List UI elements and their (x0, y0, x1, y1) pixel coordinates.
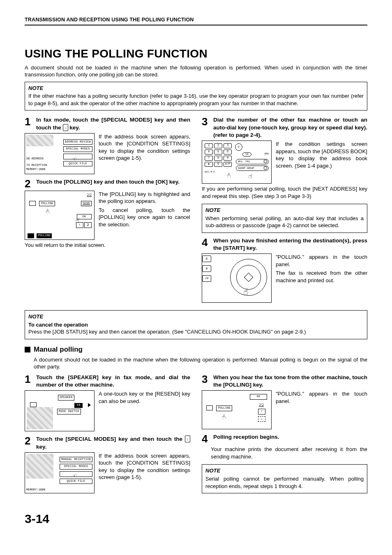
mstep2-text: If the address book screen appears, touc… (99, 452, 190, 481)
left-column: 1 In fax mode, touch the [SPECIAL MODES]… (25, 116, 190, 307)
doc-icon-inverse (28, 233, 34, 238)
note-text: Press the [JOB STATUS] key and then canc… (28, 328, 364, 336)
key-9: 9 (202, 265, 211, 272)
main-steps-columns: 1 In fax mode, touch the [SPECIAL MODES]… (25, 116, 367, 307)
step-1: 1 In fax mode, touch the [SPECIAL MODES]… (25, 116, 190, 174)
keypad-0: 0 (214, 162, 222, 167)
manual-polling-heading: Manual polling (25, 345, 367, 355)
badge-2: 2 (84, 222, 92, 228)
step-number: 3 (202, 116, 211, 127)
step-title: Polling reception begins. (213, 433, 279, 441)
top-note-box: NOTE If the other machine has a polling … (25, 82, 367, 111)
entry-1: MFG. TPS (238, 160, 250, 163)
cancel-note-box: NOTE To cancel the operation Press the [… (25, 310, 367, 339)
memory-label: MEMORY:100% (26, 167, 47, 171)
note-text: Serial polling cannot be performed manua… (205, 475, 364, 490)
note-title: NOTE (205, 467, 364, 474)
keypad-8: 8 (214, 156, 222, 161)
right-column: 3 Dial the number of the other fax machi… (202, 116, 367, 307)
step-3: 3 Dial the number of the other fax machi… (202, 116, 367, 200)
step3-illustration: 1 2 3 4 5 6 7 8 9 ✱ 0 #/P C CA (202, 140, 272, 184)
keypad-3: 3 (224, 143, 232, 148)
keypad-hash: #/P (224, 162, 232, 167)
step-number: 2 (25, 178, 34, 189)
step-title-part-b: key. (68, 124, 80, 131)
mstep3-text: "POLLING." appears in the touch panel. (276, 390, 367, 405)
step1-illustration: ADDRESS REVIEW SPECIAL MODES QUICK FILE … (25, 133, 95, 174)
step-title: Touch the [POLLING] key and then touch t… (36, 178, 180, 186)
step4-text: "POLLING." appears in the touch panel. (276, 253, 367, 268)
down-key-icon: ↓ (185, 435, 190, 442)
key-6: 6 (202, 256, 211, 262)
handset-icon (264, 160, 267, 163)
send-label: SEND (81, 201, 92, 206)
step-title: When you have finished entering the dest… (213, 237, 367, 252)
page-indicator: 2/2 (87, 192, 92, 197)
keypad-7: 7 (205, 156, 213, 161)
keypad-9: 9 (224, 156, 232, 161)
keypad-5: 5 (214, 150, 222, 154)
step-title-part-a: Touch the [SPECIAL MODES] key and then t… (36, 436, 185, 442)
keypad-6: 6 (224, 150, 232, 154)
mode-switch-button: MODE SWITCH (57, 409, 81, 414)
keypad-4: 4 (205, 150, 213, 154)
key-hp: /P (202, 275, 211, 282)
mstep4-text: Your machine prints the document after r… (211, 446, 367, 460)
keypad-2: 2 (214, 143, 222, 148)
to-reception-label: TO RECEPTION (26, 163, 47, 167)
polling-key: POLLING (39, 201, 55, 206)
manual-left-column: 1 Touch the [SPEAKER] key in fax mode, a… (25, 374, 190, 499)
mstep1-text: A one-touch key or the [RESEND] key can … (99, 390, 190, 405)
down-arrow-button: ↓ (258, 416, 265, 422)
step-4: 4 When you have finished entering the de… (202, 237, 367, 303)
mstep1-illustration: SPEAKER FA MODE SWITCH (25, 390, 95, 431)
right-triangle-icon (88, 403, 91, 407)
step-title: In fax mode, touch the [SPECIAL MODES] k… (36, 116, 190, 131)
step-title: Dial the number of the other fax machine… (213, 116, 367, 139)
manual-columns: 1 Touch the [SPEAKER] key in fax mode, a… (25, 374, 367, 499)
step2-text: The [POLLING] key is highlighted and the… (99, 191, 190, 205)
mstep3-illustration: OK 2/2 ↑ ↓ POLLING ☝ (202, 390, 272, 429)
down-key-icon: ↓ (63, 124, 68, 131)
special-modes-button: SPECIAL MODES (60, 464, 92, 469)
ok-button: OK (250, 394, 267, 399)
step1-text: If the address book screen appears, touc… (99, 133, 190, 162)
square-bullet-icon (25, 347, 30, 352)
manual-note-box: NOTE Serial polling cannot be performed … (202, 464, 367, 493)
doc-icon (29, 201, 36, 206)
doc-icon (206, 405, 213, 410)
note-title: NOTE (28, 313, 364, 320)
acc-label: ACC.#-C (205, 170, 215, 174)
mstep2-illustration: MANUAL RECEPTION SPECIAL MODES QUICK FIL… (25, 452, 95, 493)
note-text: If the other machine has a polling secur… (28, 92, 364, 107)
memory-label: MEMORY:100% (26, 488, 45, 492)
step3-text: If the condition settings screen appears… (276, 140, 367, 169)
page-number: 3-14 (25, 511, 367, 527)
note-text: When performing serial polling, an auto-… (205, 215, 364, 229)
hand-icon: ☝ (44, 207, 53, 216)
note-title: NOTE (205, 207, 364, 214)
handset-icon (264, 166, 267, 170)
hand-icon: ☝ (226, 170, 235, 180)
step3-note-box: NOTE When performing serial polling, an … (202, 204, 367, 233)
step-title-part-a: In fax mode, touch the [SPECIAL MODES] k… (36, 117, 190, 130)
step2-trailing: You will return to the initial screen. (25, 242, 190, 249)
running-header: TRANSMISSION AND RECEPTION USING THE POL… (25, 16, 367, 25)
doc-icon (30, 402, 37, 407)
polling-key: POLLING (216, 405, 232, 411)
special-modes-button: SPECIAL MODES (63, 146, 92, 152)
polling-bar: POLLING (37, 233, 52, 238)
step-number: 1 (25, 116, 34, 127)
spe-label: SPE (264, 152, 269, 156)
ub-address-label: UB ADDRESS (26, 157, 47, 161)
step-title: Touch the [SPECIAL MODES] key and then t… (36, 435, 190, 450)
step2-text2: To cancel polling, touch the [POLLING] k… (99, 207, 190, 228)
step-title: Touch the [SPEAKER] key in fax mode, and… (36, 374, 190, 389)
intro-paragraph: A document should not be loaded in the m… (25, 64, 367, 78)
c-key: C (235, 143, 242, 151)
note-subtitle: To cancel the operation (28, 321, 364, 329)
step4-text2: The fax is received from the other machi… (276, 269, 367, 284)
step-number: 4 (202, 237, 211, 248)
step-title-part-b: key. (36, 444, 46, 450)
manual-right-column: 3 When you hear the fax tone from the ot… (202, 374, 367, 499)
